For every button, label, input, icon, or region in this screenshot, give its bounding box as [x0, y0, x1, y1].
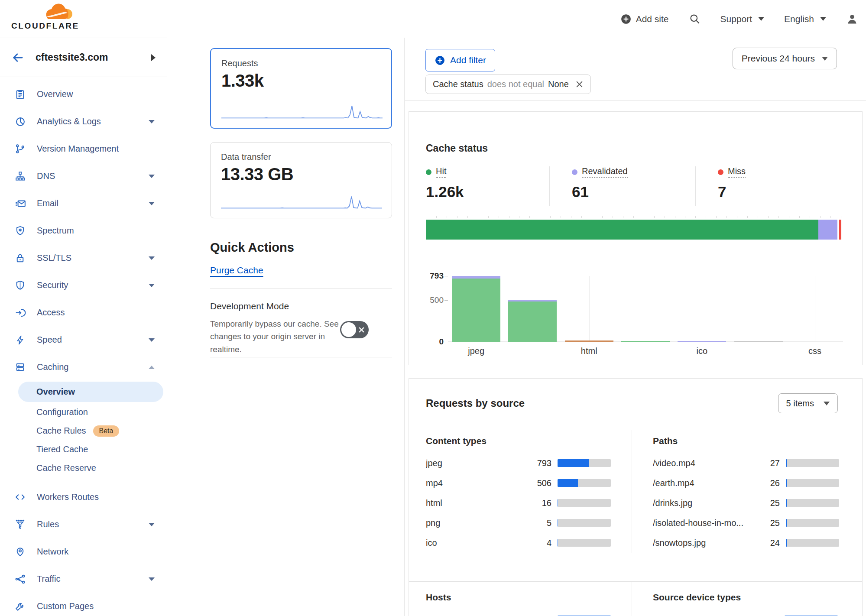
table-row[interactable]: /isolated-house-in-mo...25 — [653, 513, 839, 533]
sidebar-item-security[interactable]: Security — [0, 272, 167, 299]
bar-segment-other — [565, 340, 613, 342]
sidebar-subitem-cache-rules[interactable]: Cache Rules Beta — [0, 421, 167, 440]
table-row[interactable]: png5 — [426, 513, 611, 533]
row-label: html — [426, 498, 515, 508]
row-bar-track — [786, 499, 839, 507]
sidebar-subitem-configuration[interactable]: Configuration — [0, 403, 167, 421]
cloudflare-wordmark: CLOUDFLARE — [11, 21, 85, 31]
row-value: 4 — [515, 538, 551, 548]
row-value: 27 — [743, 458, 780, 468]
sidebar-item-rules[interactable]: Rules — [0, 511, 167, 538]
percent-axis-ticks — [426, 216, 841, 218]
support-menu[interactable]: Support — [720, 14, 765, 24]
cache-status-stacked-bar — [426, 220, 841, 240]
time-range-selector[interactable]: Previous 24 hours — [733, 48, 837, 69]
row-bar-fill — [786, 539, 787, 547]
row-bar-fill — [786, 459, 787, 467]
row-value: 25 — [743, 518, 780, 528]
table-row[interactable]: Desktop1.33k — [653, 610, 838, 616]
back-arrow-icon[interactable] — [11, 51, 24, 64]
requests-by-source-title: Requests by source — [426, 397, 778, 409]
sidebar-subitem-cache-reserve[interactable]: Cache Reserve — [0, 459, 167, 477]
row-value: 1.33k — [742, 615, 778, 616]
data-transfer-metric-card[interactable]: Data transfer 13.33 GB — [210, 142, 392, 218]
email-icon — [14, 198, 26, 209]
sidebar-item-spectrum[interactable]: Spectrum — [0, 217, 167, 244]
chevron-down-icon — [758, 17, 764, 21]
row-value: 26 — [743, 478, 780, 488]
y-axis-tick — [444, 342, 448, 342]
table-row[interactable]: /video.mp427 — [653, 453, 839, 473]
sidebar-subitem-tiered-cache[interactable]: Tiered Cache — [0, 440, 167, 459]
source-tables-top: Content typesjpeg793mp4506html16png5ico4… — [409, 430, 862, 553]
sidebar-item-access[interactable]: Access — [0, 299, 167, 326]
stat-value: 1.26k — [426, 183, 549, 201]
chevron-right-icon[interactable] — [151, 54, 156, 61]
requests-metric-card[interactable]: Requests 1.33k — [210, 48, 392, 129]
search-icon[interactable] — [689, 13, 701, 25]
sidebar-item-email[interactable]: Email — [0, 190, 167, 217]
purge-cache-link[interactable]: Purge Cache — [210, 265, 263, 276]
table-row[interactable]: mp4506 — [426, 473, 611, 493]
bar-segment-unknown — [734, 341, 783, 342]
bar-segment-hit — [621, 341, 670, 342]
row-label: mp4 — [426, 478, 515, 488]
divider — [405, 101, 866, 101]
hosts-table: Hostscftestsite3.com1.33k — [409, 582, 632, 616]
gridline — [702, 276, 702, 342]
add-filter-button[interactable]: Add filter — [425, 49, 495, 71]
x-axis-tick-label: html — [581, 346, 597, 356]
sidebar-item-analytics-logs[interactable]: Analytics & Logs — [0, 108, 167, 135]
column-chart-x-axis: jpeghtmlicocss — [448, 346, 843, 359]
sidebar-item-ssl-tls[interactable]: SSL/TLS — [0, 244, 167, 272]
table-title: Paths — [653, 436, 839, 446]
sidebar-item-traffic[interactable]: Traffic — [0, 565, 167, 593]
hit-dot-icon — [426, 169, 431, 175]
row-value: 5 — [515, 518, 551, 528]
row-bar-track — [558, 499, 611, 507]
gridline — [448, 300, 843, 300]
cloudflare-logo[interactable]: CLOUDFLARE — [11, 3, 85, 31]
development-mode-toggle[interactable] — [340, 321, 369, 338]
sidebar-item-overview[interactable]: Overview — [0, 81, 167, 108]
remove-filter-button[interactable] — [575, 80, 584, 88]
sidebar-item-version-management[interactable]: Version Management — [0, 135, 167, 162]
sidebar-item-caching[interactable]: Caching — [0, 353, 167, 381]
table-row[interactable]: cftestsite3.com1.33k — [426, 610, 611, 616]
lightning-icon — [14, 334, 26, 346]
lock-icon — [14, 252, 26, 264]
sidebar-item-speed[interactable]: Speed — [0, 326, 167, 353]
table-row[interactable]: /snowtops.jpg24 — [653, 533, 839, 553]
sidebar-item-dns[interactable]: DNS — [0, 162, 167, 190]
add-site-button[interactable]: Add site — [620, 13, 669, 25]
sidebar-item-custom-pages[interactable]: Custom Pages — [0, 593, 167, 616]
sidebar-item-label: SSL/TLS — [37, 253, 71, 263]
stat-label[interactable]: Hit — [436, 166, 446, 178]
stat-label[interactable]: Miss — [728, 166, 746, 178]
sidebar-subitem-caching-overview[interactable]: Overview — [18, 382, 163, 402]
row-label: /snowtops.jpg — [653, 538, 743, 548]
table-row[interactable]: ico4 — [426, 533, 611, 553]
development-mode-section: Development Mode Temporarily bypass our … — [210, 301, 392, 356]
items-count-selector[interactable]: 5 items — [778, 393, 838, 413]
user-account-icon[interactable] — [846, 13, 858, 25]
table-row[interactable]: /drinks.jpg25 — [653, 493, 839, 513]
cloudflare-dashboard: CLOUDFLARE Add site Support English cfte… — [0, 0, 866, 616]
sidebar-item-workers-routes[interactable]: Workers Routes — [0, 483, 167, 511]
stat-label[interactable]: Revalidated — [582, 166, 628, 178]
table-row[interactable]: html16 — [426, 493, 611, 513]
funnel-icon — [14, 519, 26, 530]
table-title: Source device types — [653, 592, 838, 603]
metric-label: Requests — [221, 58, 381, 68]
table-row[interactable]: jpeg793 — [426, 453, 611, 473]
language-menu[interactable]: English — [784, 14, 826, 24]
divider — [210, 357, 392, 357]
x-axis-tick-label: ico — [697, 346, 708, 356]
row-label: png — [426, 518, 515, 528]
sidebar-item-network[interactable]: Network — [0, 538, 167, 565]
y-axis-tick-label: 0 — [425, 337, 444, 347]
table-row[interactable]: /earth.mp426 — [653, 473, 839, 493]
toggle-knob — [341, 322, 356, 337]
bar-segment-hit — [508, 302, 557, 342]
stat-value: 7 — [718, 183, 841, 201]
